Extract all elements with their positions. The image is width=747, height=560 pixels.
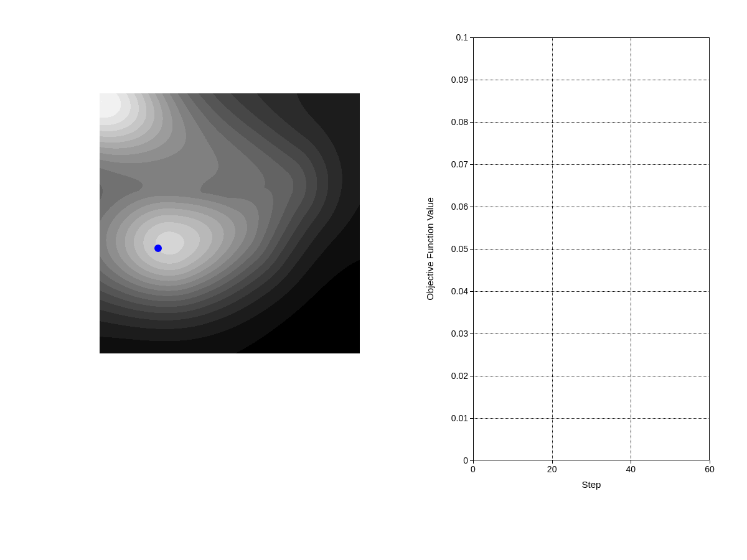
y-tick-label: 0.06 xyxy=(451,202,468,212)
y-tick-label: 0.01 xyxy=(451,413,468,423)
grid-line xyxy=(473,164,710,165)
x-tick-label: 20 xyxy=(547,464,557,474)
grid-line xyxy=(473,291,710,292)
tick-mark xyxy=(470,291,473,292)
grid-line xyxy=(473,376,710,376)
tick-mark xyxy=(631,460,631,464)
tick-mark xyxy=(470,376,473,376)
x-tick-label: 40 xyxy=(626,464,636,474)
x-tick-label: 60 xyxy=(705,464,715,474)
tick-mark xyxy=(473,460,474,464)
tick-mark xyxy=(470,460,473,461)
y-tick-label: 0.08 xyxy=(451,117,468,127)
y-tick-label: 0 xyxy=(463,455,468,465)
current-point-marker xyxy=(154,245,162,252)
objective-landscape-heatmap xyxy=(100,93,360,353)
grid-line xyxy=(473,207,710,207)
y-tick-label: 0.03 xyxy=(451,329,468,338)
x-tick-label: 0 xyxy=(471,464,476,474)
grid-line xyxy=(473,249,710,250)
tick-mark xyxy=(470,207,473,207)
grid-line xyxy=(473,80,710,80)
tick-mark xyxy=(710,460,710,464)
tick-mark xyxy=(470,334,473,334)
tick-mark xyxy=(470,80,473,80)
y-tick-label: 0.04 xyxy=(451,286,468,296)
y-tick-label: 0.05 xyxy=(451,244,468,254)
grid-line xyxy=(473,418,710,419)
figure-container: Objective Function Value Step 020406000.… xyxy=(0,0,747,560)
y-axis-label: Objective Function Value xyxy=(425,197,435,301)
y-tick-label: 0.02 xyxy=(451,371,468,381)
grid-line xyxy=(473,334,710,334)
x-axis-label: Step xyxy=(582,479,601,490)
y-tick-label: 0.1 xyxy=(456,32,468,42)
tick-mark xyxy=(470,122,473,123)
tick-mark xyxy=(470,418,473,419)
objective-trace-plot: Objective Function Value Step 020406000.… xyxy=(436,37,710,485)
heatmap-panel xyxy=(100,93,360,353)
y-tick-label: 0.09 xyxy=(451,75,468,85)
tick-mark xyxy=(470,249,473,250)
tick-mark xyxy=(552,460,553,464)
tick-mark xyxy=(470,37,473,38)
grid-line xyxy=(473,122,710,123)
tick-mark xyxy=(470,164,473,165)
plot-area xyxy=(473,37,710,460)
y-tick-label: 0.07 xyxy=(451,159,468,169)
